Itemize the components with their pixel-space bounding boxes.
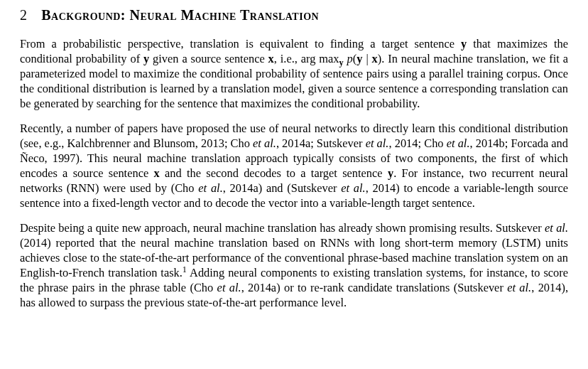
et-al: et al. — [366, 137, 389, 150]
text: , 2014a) or to re-rank candidate transla… — [241, 281, 508, 294]
var-y: y — [388, 166, 393, 180]
paragraph-3: Despite being a quite new approach, neur… — [20, 220, 568, 310]
var-x: x — [154, 166, 160, 180]
section-number: 2 — [20, 7, 27, 23]
text: From a probabilistic perspective, transl… — [20, 37, 461, 50]
text: , i.e., arg max — [274, 52, 339, 65]
text: , 2014a; Sutskever — [276, 137, 366, 150]
text: , 2014; Cho — [388, 137, 446, 150]
text: | — [362, 52, 371, 65]
et-al: et al. — [198, 181, 222, 195]
text: Despite being a quite new approach, neur… — [20, 221, 545, 235]
text: and the second decodes to a target sente… — [160, 166, 388, 180]
et-al: et al. — [217, 281, 241, 294]
et-al: et al. — [545, 221, 568, 235]
et-al: et al. — [341, 181, 365, 195]
var-x: x — [268, 52, 274, 65]
text: given a source sentence — [149, 52, 268, 65]
paragraph-1: From a probabilistic perspective, transl… — [20, 36, 568, 111]
et-al: et al. — [253, 137, 276, 150]
et-al: et al. — [447, 137, 470, 150]
section-heading: 2Background: Neural Machine Translation — [20, 7, 568, 23]
page: 2Background: Neural Machine Translation … — [0, 0, 588, 334]
section-title: Background: Neural Machine Translation — [41, 7, 319, 23]
paragraph-2: Recently, a number of papers have propos… — [20, 121, 568, 210]
text: , 2014a) and (Sutskever — [223, 181, 341, 195]
et-al: et al. — [507, 281, 531, 294]
var-x: x — [372, 52, 378, 65]
var-p: p — [347, 52, 353, 65]
var-y: y — [143, 52, 149, 65]
